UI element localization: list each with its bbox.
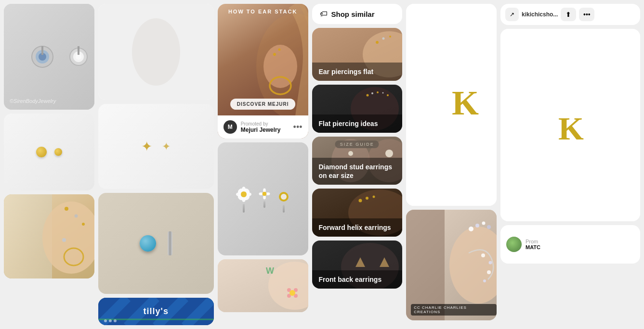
svg-point-46: [262, 191, 266, 196]
svg-text:K: K: [558, 110, 584, 147]
shop-card-label-ear-piercings-flat: Ear piercings flat: [312, 63, 403, 81]
shop-similar-label: Shop similar: [331, 10, 375, 18]
tillys-brand-text: tilly's: [144, 306, 169, 316]
silver-bar: [168, 231, 172, 255]
svg-point-68: [377, 91, 379, 93]
column-4: 🏷 Shop similar Ear piercings flat: [312, 4, 403, 325]
shop-similar-header: 🏷 Shop similar: [312, 4, 403, 24]
kiki-header: ↗ kikichicsho... ⬆ •••: [500, 4, 640, 25]
svg-point-69: [382, 92, 383, 94]
daisy-studs-card[interactable]: [218, 142, 308, 255]
svg-point-57: [289, 290, 295, 296]
daisy-stem-3: [283, 205, 285, 213]
svg-point-70: [387, 94, 389, 96]
svg-point-75: [385, 150, 393, 157]
svg-point-49: [282, 195, 286, 199]
svg-point-14: [82, 223, 85, 226]
column-3: HOW TO EAR STACK DISCOVER MEJURI M Promo…: [218, 4, 308, 325]
size-guide-badge: SIZE GUIDE: [335, 140, 379, 148]
svg-point-62: [382, 38, 384, 40]
silver-stud-right-card[interactable]: K: [500, 29, 640, 221]
kiki-more-button[interactable]: •••: [579, 8, 594, 21]
silver-earrings-card[interactable]: ©SirenBodyJewelry: [4, 4, 94, 110]
daisy-stem-2: [263, 201, 265, 208]
shop-card-label-front-back: Front back earrings: [312, 270, 403, 289]
svg-point-13: [75, 215, 78, 218]
turquoise-stud-pair: [140, 231, 172, 255]
column-1: ©SirenBodyJewelry: [4, 4, 94, 325]
promo-text: Prom MATC: [526, 239, 540, 250]
shop-card-label-forward-helix: Forward helix earrings: [312, 218, 403, 237]
letter-k-card[interactable]: K: [406, 4, 497, 206]
kiki-upload-button[interactable]: ⬆: [561, 8, 576, 21]
mejuri-footer: M Promoted by Mejuri Jewelry •••: [218, 115, 308, 139]
kiki-link-icon[interactable]: ↗: [505, 8, 519, 21]
star-1: ✦: [141, 139, 152, 154]
svg-point-29: [273, 53, 276, 56]
svg-point-80: [372, 196, 375, 198]
svg-point-97: [483, 279, 486, 282]
crystal-ear-card[interactable]: CC CHARLIE CHARLIES CREATIONS: [406, 210, 497, 320]
tillys-dots: [104, 319, 117, 322]
svg-point-12: [65, 207, 68, 211]
shop-card-label-diamond-stud: Diamond stud earrings on ear size: [312, 158, 403, 185]
kiki-text: kikichicsho...: [522, 11, 558, 18]
page-container: ©SirenBodyJewelry: [0, 0, 644, 329]
shop-card-diamond-stud[interactable]: SIZE GUIDE Diamond stud earrings on ear …: [312, 137, 403, 185]
column-5: K: [406, 4, 497, 325]
tag-icon: 🏷: [320, 10, 328, 18]
svg-rect-7: [41, 46, 43, 55]
top-right-row: ↗ kikichicsho... ⬆ •••: [500, 4, 640, 25]
daisy-stud-3: [276, 190, 291, 213]
watermark-text: ©SirenBodyJewelry: [10, 98, 56, 104]
blank-white-card[interactable]: [98, 4, 214, 100]
mejuri-more-button[interactable]: •••: [293, 122, 302, 132]
mejuri-discover-button[interactable]: DISCOVER MEJURI: [230, 99, 296, 110]
star-earrings-card[interactable]: ✦ ✦: [98, 104, 214, 189]
turquoise-circle: [140, 235, 156, 252]
svg-point-92: [482, 222, 486, 225]
right-section: ↗ kikichicsho... ⬆ ••• K P: [500, 4, 640, 325]
svg-point-61: [376, 41, 379, 44]
tillys-card[interactable]: tilly's: [98, 298, 214, 325]
turquoise-studs-card[interactable]: [98, 193, 214, 294]
gold-studs-card[interactable]: [4, 114, 94, 190]
svg-rect-85: [406, 4, 497, 206]
svg-point-16: [62, 238, 66, 242]
mejuri-promo-card[interactable]: HOW TO EAR STACK DISCOVER MEJURI M Promo…: [218, 4, 308, 139]
star-earring-pair: ✦ ✦: [141, 139, 171, 154]
shop-card-flat-piercing-ideas[interactable]: Flat piercing ideas: [312, 85, 403, 133]
flower-ear-card[interactable]: W: [218, 259, 308, 312]
column-2: ✦ ✦ tilly's: [98, 4, 214, 325]
promo-bottom-card[interactable]: Prom MATC: [500, 225, 640, 264]
gold-dot-2: [54, 148, 62, 156]
svg-point-74: [348, 151, 353, 156]
star-2: ✦: [162, 140, 171, 153]
daisy-stud-2: [258, 188, 271, 208]
svg-point-96: [487, 270, 491, 274]
svg-point-95: [489, 261, 492, 265]
svg-text:W: W: [266, 266, 274, 276]
mejuri-info: Promoted by Mejuri Jewelry: [241, 121, 289, 133]
svg-point-30: [278, 49, 280, 51]
mejuri-avatar: M: [223, 120, 237, 134]
daisy-stem-1: [243, 204, 245, 213]
promo-avatar: [506, 237, 522, 252]
shop-card-ear-piercings-flat[interactable]: Ear piercings flat: [312, 28, 403, 81]
svg-text:K: K: [452, 84, 479, 122]
shop-card-front-back[interactable]: Front back earrings: [312, 240, 403, 289]
gold-stud-pair: [36, 147, 62, 157]
svg-point-90: [469, 227, 473, 231]
svg-point-67: [371, 92, 373, 94]
cc-logo: CC CHARLIE CHARLIES CREATIONS: [411, 304, 497, 316]
svg-point-93: [487, 225, 491, 229]
svg-point-78: [358, 199, 362, 202]
svg-point-18: [132, 18, 180, 86]
daisy-group: [235, 186, 291, 213]
svg-point-63: [389, 36, 391, 38]
mejuri-overlay-text: HOW TO EAR STACK: [218, 9, 308, 14]
svg-point-40: [241, 191, 247, 197]
svg-point-27: [263, 45, 297, 88]
ear-piercing-photo-card[interactable]: [4, 194, 94, 278]
shop-card-forward-helix[interactable]: Forward helix earrings: [312, 189, 403, 237]
